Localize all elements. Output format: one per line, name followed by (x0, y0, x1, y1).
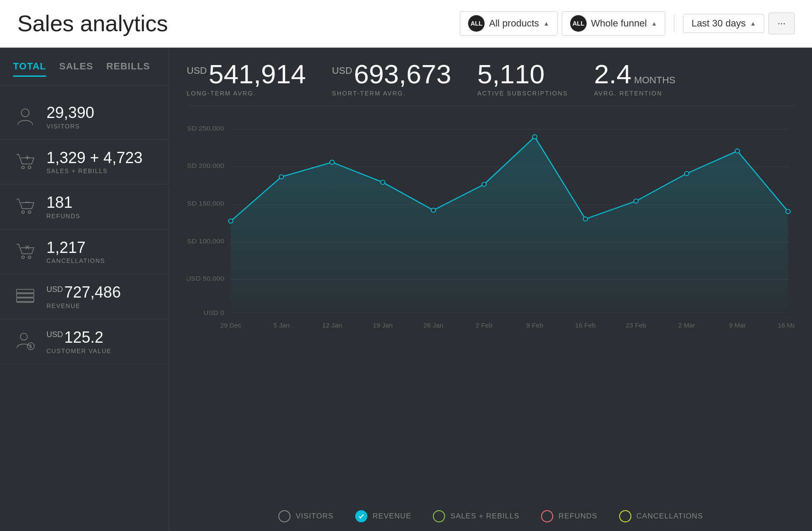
cancellations-legend-label: CANCELLATIONS (637, 512, 703, 521)
legend-refunds[interactable]: REFUNDS (541, 510, 597, 522)
svg-text:23 Feb: 23 Feb (626, 322, 646, 329)
money-icon (13, 285, 37, 308)
funnel-badge: ALL (570, 15, 587, 32)
period-filter[interactable]: Last 30 days ▲ (683, 14, 764, 33)
svg-text:12 Jan: 12 Jan (322, 322, 342, 329)
svg-point-2 (28, 166, 31, 169)
legend-visitors[interactable]: VISITORS (278, 510, 333, 522)
metric-short-term: USD693,673 SHORT-TERM AVRG. (332, 61, 452, 97)
stat-sales-rebills: 1,329 + 4,723 SALES + REBILLS (0, 140, 169, 185)
legend-sales-rebills[interactable]: SALES + REBILLS (433, 510, 519, 522)
cancellations-value: 1,217 (46, 239, 105, 256)
short-term-label: SHORT-TERM AVRG. (332, 90, 452, 97)
svg-text:16 Feb: 16 Feb (575, 322, 595, 329)
header: Sales analytics ALL All products ▲ ALL W… (0, 0, 812, 48)
period-arrow-icon: ▲ (750, 20, 756, 27)
subscriptions-label: ACTIVE SUBSCRIPTIONS (477, 90, 568, 97)
legend-cancellations[interactable]: CANCELLATIONS (619, 510, 703, 522)
svg-text:2 Feb: 2 Feb (475, 322, 492, 329)
refunds-label: REFUNDS (46, 213, 80, 220)
more-icon: ··· (778, 18, 786, 29)
svg-point-32 (228, 219, 233, 223)
stat-customer-value: $ USD125.2 CUSTOMER VALUE (0, 319, 169, 364)
svg-point-36 (431, 208, 436, 213)
svg-point-34 (330, 160, 334, 164)
products-arrow-icon: ▲ (543, 20, 549, 27)
svg-point-1 (22, 166, 24, 169)
sales-rebills-value: 1,329 + 4,723 (46, 149, 142, 167)
line-chart: USD 250,000 USD 200,000 USD 150,000 USD … (187, 119, 795, 336)
products-label: All products (489, 18, 539, 29)
svg-marker-31 (231, 137, 788, 313)
stat-refunds: 181 REFUNDS (0, 184, 169, 229)
funnel-filter[interactable]: ALL Whole funnel ▲ (562, 11, 665, 36)
sales-rebills-legend-icon (433, 510, 445, 522)
svg-rect-14 (17, 289, 34, 293)
funnel-label: Whole funnel (591, 18, 647, 29)
svg-text:26 Jan: 26 Jan (423, 322, 443, 329)
revenue-label: REVENUE (46, 302, 121, 309)
sidebar-tabs: TOTAL SALES REBILLS (0, 61, 169, 86)
svg-text:USD 150,000: USD 150,000 (187, 200, 224, 207)
svg-rect-13 (17, 298, 34, 302)
svg-point-35 (380, 180, 385, 184)
metric-retention: 2.4MONTHS AVRG. RETENTION (594, 61, 676, 97)
svg-point-16 (20, 333, 27, 340)
tab-total[interactable]: TOTAL (13, 61, 46, 77)
svg-text:$: $ (29, 344, 32, 349)
cart-x-icon (13, 240, 37, 264)
retention-label: AVRG. RETENTION (594, 90, 676, 97)
svg-text:5 Jan: 5 Jan (274, 322, 290, 329)
products-badge: ALL (468, 15, 485, 32)
period-label: Last 30 days (691, 18, 746, 29)
svg-text:USD 100,000: USD 100,000 (187, 237, 224, 245)
visitors-label: VISITORS (46, 123, 94, 130)
svg-point-42 (735, 149, 739, 153)
svg-text:USD 200,000: USD 200,000 (187, 162, 224, 170)
svg-text:16 Mar: 16 Mar (778, 322, 795, 329)
main-content: TOTAL SALES REBILLS 29,390 VISITORS (0, 48, 812, 531)
svg-point-6 (28, 211, 31, 213)
metrics-row: USD541,914 LONG-TERM AVRG. USD693,673 SH… (187, 61, 795, 106)
svg-point-41 (684, 171, 689, 176)
svg-text:9 Mar: 9 Mar (729, 322, 746, 329)
cancellations-legend-icon (619, 510, 631, 522)
legend-revenue[interactable]: REVENUE (355, 510, 411, 522)
stat-visitors: 29,390 VISITORS (0, 95, 169, 140)
svg-point-0 (21, 109, 29, 117)
svg-point-43 (786, 210, 790, 214)
funnel-arrow-icon: ▲ (651, 20, 657, 27)
svg-point-9 (28, 256, 31, 259)
svg-text:USD 50,000: USD 50,000 (187, 275, 224, 282)
svg-point-38 (532, 135, 537, 139)
products-filter[interactable]: ALL All products ▲ (460, 11, 558, 36)
stat-cancellations: 1,217 CANCELLATIONS (0, 229, 169, 275)
customer-value-label: CUSTOMER VALUE (46, 347, 112, 354)
customer-value-value: USD125.2 (46, 329, 112, 346)
revenue-legend-label: REVENUE (373, 512, 411, 521)
cart-minus-icon (13, 195, 37, 219)
header-controls: ALL All products ▲ ALL Whole funnel ▲ La… (460, 11, 795, 36)
tab-rebills[interactable]: REBILLS (106, 61, 150, 77)
svg-text:2 Mar: 2 Mar (678, 322, 695, 329)
cv-usd: USD (46, 330, 63, 339)
tab-sales[interactable]: SALES (59, 61, 93, 77)
revenue-usd: USD (46, 285, 63, 294)
subscriptions-value: 5,110 (477, 61, 568, 88)
svg-text:19 Jan: 19 Jan (373, 322, 393, 329)
more-button[interactable]: ··· (769, 13, 795, 34)
svg-point-33 (279, 175, 284, 179)
metric-long-term: USD541,914 LONG-TERM AVRG. (187, 61, 306, 97)
chart-area: USD 250,000 USD 200,000 USD 150,000 USD … (187, 119, 795, 499)
header-divider (674, 15, 674, 32)
content-area: USD541,914 LONG-TERM AVRG. USD693,673 SH… (169, 48, 812, 531)
revenue-legend-icon (355, 510, 367, 522)
sales-rebills-label: SALES + REBILLS (46, 167, 142, 174)
refunds-value: 181 (46, 194, 80, 211)
stat-revenue: USD727,486 REVENUE (0, 274, 169, 319)
svg-point-39 (583, 217, 588, 221)
sales-rebills-legend-label: SALES + REBILLS (450, 512, 519, 521)
svg-text:USD 250,000: USD 250,000 (187, 125, 224, 132)
svg-point-5 (22, 211, 24, 213)
metric-subscriptions: 5,110 ACTIVE SUBSCRIPTIONS (477, 61, 568, 97)
